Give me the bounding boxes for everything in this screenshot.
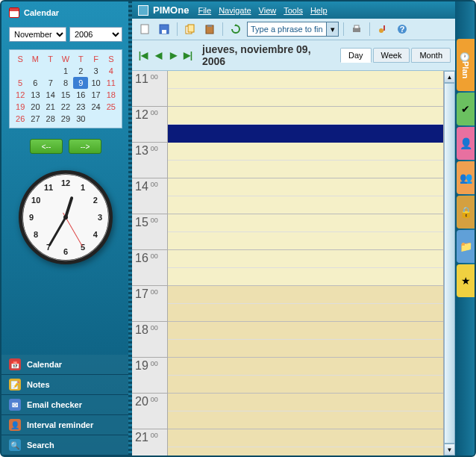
first-button[interactable]: |◀ <box>137 49 150 62</box>
timeslot[interactable] <box>168 340 443 358</box>
search-dropdown[interactable]: ▾ <box>326 22 338 36</box>
timeslot[interactable] <box>168 161 443 178</box>
save-button[interactable] <box>156 21 172 37</box>
tab-lock[interactable]: 🔒 <box>457 196 475 228</box>
nav-icon: 🔍 <box>9 439 21 451</box>
calendar-day[interactable]: 1 <box>58 65 73 77</box>
timeslot[interactable] <box>168 89 443 107</box>
scroll-down-button[interactable]: ▼ <box>444 444 455 456</box>
calendar-day[interactable]: 3 <box>88 65 103 77</box>
tab-week[interactable]: Week <box>373 48 410 63</box>
calendar-day[interactable] <box>88 113 103 125</box>
tab-day[interactable]: Day <box>340 48 372 63</box>
prev-day-button[interactable]: ◀ <box>151 49 165 62</box>
calendar-day[interactable] <box>13 65 28 77</box>
calendar-day[interactable]: 26 <box>13 113 28 125</box>
prev-button[interactable]: <-- <box>30 139 63 154</box>
timeslot[interactable] <box>168 376 443 394</box>
calendar-day[interactable]: 8 <box>58 77 73 89</box>
timeslot[interactable] <box>168 143 443 161</box>
new-button[interactable] <box>137 21 153 37</box>
tab-favorites[interactable]: ★ <box>457 264 475 297</box>
calendar-day[interactable]: 4 <box>104 65 119 77</box>
calendar-day[interactable]: 30 <box>73 113 88 125</box>
timeslot[interactable] <box>168 71 443 89</box>
search-input[interactable] <box>248 25 326 34</box>
timeslot[interactable] <box>168 268 443 286</box>
sidebar-item-interval reminder[interactable]: 👤Interval reminder <box>1 415 130 435</box>
calendar-day[interactable] <box>43 65 58 77</box>
calendar-day[interactable]: 12 <box>13 89 28 101</box>
menu-view[interactable]: View <box>259 6 277 15</box>
timeslot[interactable] <box>168 196 443 214</box>
tab-month[interactable]: Month <box>411 48 451 63</box>
timeslot[interactable] <box>168 304 443 322</box>
scroll-thumb[interactable] <box>444 83 455 444</box>
tab-contacts[interactable]: 👤 <box>457 127 475 160</box>
scrollbar-vertical[interactable]: ▲ ▼ <box>443 71 455 456</box>
timeslot[interactable] <box>168 429 443 447</box>
last-button[interactable]: ▶| <box>181 49 195 62</box>
calendar-day[interactable]: 19 <box>13 101 28 113</box>
calendar-day[interactable]: 6 <box>28 77 43 89</box>
options-button[interactable] <box>375 21 391 37</box>
help-button[interactable]: ? <box>394 21 410 37</box>
sidebar-item-email checker[interactable]: ✉Email checker <box>1 395 130 415</box>
calendar-day[interactable]: 17 <box>88 89 103 101</box>
sidebar-item-calendar[interactable]: 📅Calendar <box>1 355 130 375</box>
print-button[interactable] <box>348 21 365 37</box>
timeslot[interactable] <box>168 107 443 125</box>
calendar-day[interactable]: 20 <box>28 101 43 113</box>
calendar-day[interactable]: 5 <box>13 77 28 89</box>
timeslot[interactable] <box>168 411 443 429</box>
tab-people[interactable]: 👥 <box>457 161 475 194</box>
calendar-day[interactable] <box>28 65 43 77</box>
sidebar-item-notes[interactable]: 📝Notes <box>1 375 130 395</box>
calendar-day[interactable]: 10 <box>88 77 103 89</box>
selected-timeslot[interactable] <box>168 125 443 143</box>
calendar-day[interactable]: 22 <box>58 101 73 113</box>
calendar-day[interactable]: 28 <box>43 113 58 125</box>
calendar-day[interactable]: 24 <box>88 101 103 113</box>
calendar-day[interactable]: 15 <box>58 89 73 101</box>
timeslot[interactable] <box>168 178 443 196</box>
sidebar-item-search[interactable]: 🔍Search <box>1 435 130 456</box>
timeslot[interactable] <box>168 214 443 232</box>
timeslot[interactable] <box>168 250 443 268</box>
month-select[interactable]: November <box>9 27 66 42</box>
timeslot[interactable] <box>168 447 443 456</box>
scroll-up-button[interactable]: ▲ <box>444 71 455 83</box>
tab-tasks[interactable]: ✔ <box>457 93 475 125</box>
calendar-day[interactable]: 16 <box>73 89 88 101</box>
year-select[interactable]: 2006 <box>69 27 122 42</box>
copy-button[interactable] <box>182 21 198 37</box>
calendar-day[interactable]: 7 <box>43 77 58 89</box>
menu-file[interactable]: File <box>198 6 211 15</box>
menu-help[interactable]: Help <box>310 6 328 15</box>
paste-button[interactable] <box>201 21 218 37</box>
next-day-button[interactable]: ▶ <box>166 49 180 62</box>
refresh-button[interactable] <box>228 21 244 37</box>
calendar-day[interactable]: 11 <box>104 77 119 89</box>
timeslot[interactable] <box>168 286 443 304</box>
calendar-day[interactable]: 13 <box>28 89 43 101</box>
calendar-day[interactable]: 2 <box>73 65 88 77</box>
calendar-day[interactable]: 23 <box>73 101 88 113</box>
calendar-day[interactable]: 25 <box>104 101 119 113</box>
next-button[interactable]: --> <box>69 139 101 154</box>
timeslot[interactable] <box>168 358 443 376</box>
timeslot[interactable] <box>168 232 443 250</box>
tab-folder[interactable]: 📁 <box>457 230 475 263</box>
calendar-day[interactable] <box>104 113 119 125</box>
calendar-day[interactable]: 27 <box>28 113 43 125</box>
timeslot[interactable] <box>168 322 443 340</box>
menu-navigate[interactable]: Navigate <box>219 6 251 15</box>
timeslot[interactable] <box>168 394 443 411</box>
calendar-day[interactable]: 21 <box>43 101 58 113</box>
calendar-day[interactable]: 18 <box>104 89 119 101</box>
calendar-day[interactable]: 9 <box>73 77 88 89</box>
tab-plan[interactable]: 🕐Plan <box>457 39 475 91</box>
calendar-day[interactable]: 14 <box>43 89 58 101</box>
calendar-day[interactable]: 29 <box>58 113 73 125</box>
menu-tools[interactable]: Tools <box>284 6 303 15</box>
